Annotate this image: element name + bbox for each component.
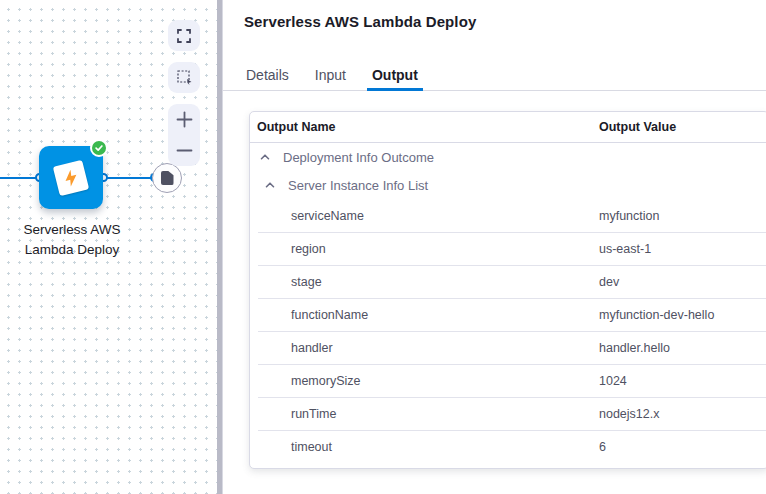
pipeline-canvas[interactable]: Serverless AWS Lambda Deploy [0, 0, 217, 494]
output-name: runTime [250, 407, 599, 421]
success-badge [90, 139, 108, 157]
zoom-in-icon [176, 111, 193, 128]
output-value: handler.hello [599, 341, 766, 355]
output-row-serviceName: serviceName myfunction [250, 199, 766, 232]
tab-output[interactable]: Output [371, 59, 419, 90]
lightning-bolt-icon [60, 167, 82, 189]
group-row-deployment-info-outcome[interactable]: Deployment Info Outcome [250, 143, 766, 171]
step-details-panel: Serverless AWS Lambda Deploy Details Inp… [222, 0, 766, 494]
output-value: us-east-1 [599, 242, 766, 256]
output-value: 1024 [599, 374, 766, 388]
tab-details[interactable]: Details [245, 59, 290, 90]
marquee-select-icon [176, 69, 193, 86]
zoom-out-icon [176, 142, 193, 159]
zoom-controls [168, 104, 200, 166]
fullscreen-icon [176, 28, 192, 44]
check-icon [94, 143, 104, 153]
group-label: Server Instance Info List [288, 178, 428, 193]
marquee-select-button[interactable] [168, 62, 200, 93]
zoom-out-button[interactable] [168, 135, 200, 166]
edge-connector-left [0, 177, 40, 179]
output-value: nodejs12.x [599, 407, 766, 421]
group-row-server-instance-info-list[interactable]: Server Instance Info List [250, 171, 766, 199]
chevron-up-icon [263, 178, 277, 192]
app-window: Serverless AWS Lambda Deploy [0, 0, 766, 494]
column-header-output-value: Output Value [599, 120, 766, 134]
group-label: Deployment Info Outcome [283, 150, 434, 165]
output-value: myfunction [599, 209, 766, 223]
output-name: timeout [250, 440, 599, 454]
output-row-handler: handler handler.hello [250, 331, 766, 364]
step-node-serverless-aws-lambda-deploy[interactable] [39, 146, 103, 209]
node-label: Serverless AWS Lambda Deploy [2, 220, 142, 260]
output-row-memorySize: memorySize 1024 [250, 364, 766, 397]
output-name: region [250, 242, 599, 256]
edge-connector-right [103, 177, 155, 179]
node-label-line2: Lambda Deploy [2, 240, 142, 260]
column-header-output-name: Output Name [250, 120, 599, 134]
next-step-node[interactable] [152, 163, 182, 193]
output-row-region: region us-east-1 [250, 232, 766, 265]
fullscreen-button[interactable] [168, 20, 200, 51]
output-row-functionName: functionName myfunction-dev-hello [250, 298, 766, 331]
zoom-in-button[interactable] [168, 104, 200, 135]
node-label-line1: Serverless AWS [2, 220, 142, 240]
chevron-up-icon [258, 150, 272, 164]
output-name: memorySize [250, 374, 599, 388]
tab-input[interactable]: Input [314, 59, 347, 90]
output-name: functionName [250, 308, 599, 322]
lambda-step-icon [53, 159, 89, 195]
output-value: myfunction-dev-hello [599, 308, 766, 322]
table-header: Output Name Output Value [250, 112, 766, 143]
output-value: 6 [599, 440, 766, 454]
output-row-runTime: runTime nodejs12.x [250, 397, 766, 430]
output-name: handler [250, 341, 599, 355]
tab-bar: Details Input Output [223, 59, 766, 91]
output-row-stage: stage dev [250, 265, 766, 298]
table-rows: serviceName myfunction region us-east-1 … [250, 199, 766, 468]
output-name: stage [250, 275, 599, 289]
document-icon [161, 171, 174, 185]
output-table: Output Name Output Value Deployment Info… [249, 111, 766, 469]
output-name: serviceName [250, 209, 599, 223]
canvas-toolbar [168, 20, 201, 166]
output-value: dev [599, 275, 766, 289]
panel-title: Serverless AWS Lambda Deploy [244, 13, 476, 30]
output-row-timeout: timeout 6 [250, 430, 766, 463]
